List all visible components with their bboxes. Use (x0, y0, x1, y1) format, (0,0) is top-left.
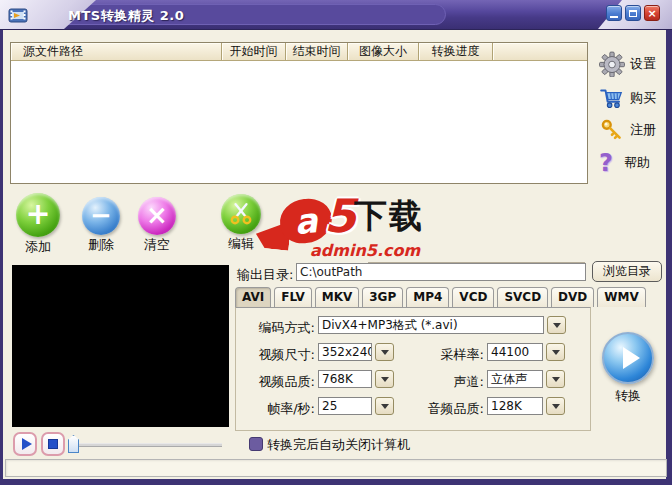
register-label: 注册 (630, 121, 656, 139)
chevron-down-icon (381, 377, 389, 382)
audio-quality-field[interactable]: 128K (487, 397, 543, 415)
seek-slider[interactable] (64, 432, 224, 456)
output-dir-label: 输出目录: (237, 266, 293, 284)
chevron-down-icon (553, 323, 561, 328)
clear-icon: × (138, 197, 176, 235)
tab-flv[interactable]: FLV (274, 287, 311, 307)
video-quality-label: 视频品质: (243, 373, 315, 391)
add-label: 添加 (13, 238, 63, 256)
delete-label: 删除 (79, 236, 123, 254)
register-button[interactable]: 注册 (599, 116, 665, 144)
status-bar (5, 459, 667, 477)
video-preview (12, 265, 229, 427)
column-start-time[interactable]: 开始时间 (222, 43, 286, 60)
add-button[interactable]: + 添加 (13, 193, 63, 256)
settings-button[interactable]: 设置 (599, 50, 665, 78)
column-spacer (493, 43, 587, 60)
sample-rate-field[interactable]: 44100 (487, 343, 543, 361)
chevron-down-icon (381, 350, 389, 355)
question-icon: ? (599, 151, 613, 175)
video-size-field[interactable]: 352x240 (318, 343, 372, 361)
edit-button[interactable]: 编辑 (217, 194, 265, 253)
slider-track[interactable] (68, 443, 222, 447)
encoding-field[interactable]: DivX4+MP3格式 (*.avi) (318, 316, 544, 334)
convert-label: 转换 (599, 387, 657, 405)
auto-shutdown-checkbox[interactable] (249, 437, 263, 451)
browse-dir-button[interactable]: 浏览目录 (592, 261, 662, 282)
tab-svcd[interactable]: SVCD (497, 287, 548, 307)
frame-rate-label: 帧率/秒: (243, 400, 315, 418)
maximize-button[interactable] (625, 5, 641, 21)
buy-button[interactable]: 购买 (599, 84, 665, 112)
help-button[interactable]: ? 帮助 (599, 149, 665, 177)
key-icon (599, 117, 625, 143)
column-progress[interactable]: 转换进度 (419, 43, 493, 60)
file-list-body[interactable] (11, 61, 587, 183)
edit-label: 编辑 (217, 235, 265, 253)
tab-mp4[interactable]: MP4 (406, 287, 449, 307)
audio-quality-dropdown-button[interactable] (546, 397, 565, 415)
video-quality-dropdown-button[interactable] (375, 370, 394, 388)
chevron-down-icon (552, 350, 560, 355)
frame-rate-field[interactable]: 25 (318, 397, 372, 415)
channels-dropdown-button[interactable] (546, 370, 565, 388)
close-icon: × (647, 8, 656, 19)
chevron-down-icon (552, 404, 560, 409)
file-list[interactable]: 源文件路径 开始时间 结束时间 图像大小 转换进度 (10, 42, 588, 184)
delete-button[interactable]: − 删除 (79, 197, 123, 254)
sample-rate-dropdown-button[interactable] (546, 343, 565, 361)
cart-icon (599, 85, 625, 111)
maximize-icon (629, 10, 637, 17)
gear-icon (599, 51, 625, 77)
output-dir-input[interactable] (296, 263, 586, 281)
clear-button[interactable]: × 清空 (134, 197, 180, 254)
title-bar: MTS转换精灵 2.0 × (0, 0, 672, 30)
tab-vcd[interactable]: VCD (452, 287, 494, 307)
encoding-label: 编码方式: (243, 319, 315, 337)
convert-play-icon (602, 332, 654, 384)
sample-rate-label: 采样率: (414, 346, 484, 364)
convert-button[interactable]: 转换 (599, 332, 657, 405)
encoding-dropdown-button[interactable] (547, 316, 566, 334)
channels-field[interactable]: 立体声 (487, 370, 543, 388)
tab-mkv[interactable]: MKV (315, 287, 360, 307)
buy-label: 购买 (630, 89, 656, 107)
help-label: 帮助 (624, 154, 650, 172)
minimize-icon (610, 16, 618, 18)
slider-thumb[interactable] (68, 435, 79, 453)
video-size-dropdown-button[interactable] (375, 343, 394, 361)
file-list-header: 源文件路径 开始时间 结束时间 图像大小 转换进度 (11, 43, 587, 61)
minimize-button[interactable] (606, 5, 622, 21)
chevron-down-icon (552, 377, 560, 382)
close-button[interactable]: × (644, 5, 660, 21)
column-image-size[interactable]: 图像大小 (348, 43, 419, 60)
stop-icon (48, 439, 58, 449)
stop-button[interactable] (41, 432, 65, 456)
clear-label: 清空 (134, 236, 180, 254)
tab-avi[interactable]: AVI (235, 287, 271, 307)
frame-rate-dropdown-button[interactable] (375, 397, 394, 415)
video-quality-field[interactable]: 768K (318, 370, 372, 388)
settings-label: 设置 (630, 55, 656, 73)
play-icon (22, 438, 32, 450)
add-icon: + (16, 193, 60, 237)
audio-quality-label: 音频品质: (414, 400, 484, 418)
play-button[interactable] (13, 432, 37, 456)
auto-shutdown-label[interactable]: 转换完后自动关闭计算机 (267, 436, 410, 454)
chevron-down-icon (381, 404, 389, 409)
tab-dvd[interactable]: DVD (551, 287, 594, 307)
column-end-time[interactable]: 结束时间 (286, 43, 348, 60)
tab-3gp[interactable]: 3GP (362, 287, 403, 307)
video-size-label: 视频尺寸: (243, 346, 315, 364)
delete-icon: − (82, 197, 120, 235)
tab-wmv[interactable]: WMV (597, 287, 645, 307)
format-tabs: AVI FLV MKV 3GP MP4 VCD SVCD DVD WMV (235, 287, 646, 308)
channels-label: 声道: (414, 373, 484, 391)
scissors-icon (221, 194, 261, 234)
app-icon[interactable] (7, 4, 29, 26)
app-window: MTS转换精灵 2.0 × 源文件路径 开始时间 结束时间 图像大小 转换进度 (0, 0, 672, 485)
window-title: MTS转换精灵 2.0 (68, 7, 184, 25)
column-source-path[interactable]: 源文件路径 (11, 43, 222, 60)
